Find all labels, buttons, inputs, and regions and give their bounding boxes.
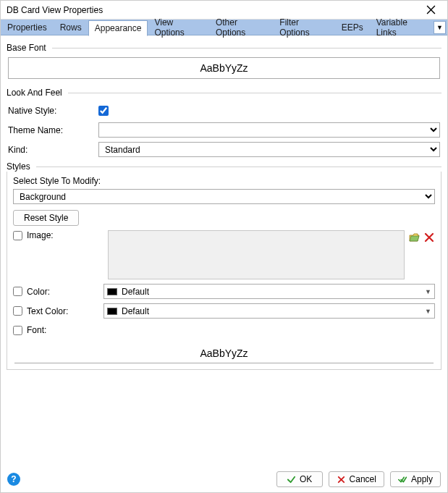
chevron-down-icon: ▼: [425, 288, 431, 295]
style-font-sample: AaBbYyZz: [14, 343, 434, 363]
image-checkbox-label[interactable]: Image:: [13, 230, 103, 240]
apply-button[interactable]: Apply: [390, 471, 441, 487]
lookfeel-group: Native Style: Theme Name: Kind: Standard: [7, 98, 441, 157]
tab-properties[interactable]: Properties: [1, 20, 54, 35]
dialog-footer: ? OK Cancel Apply: [0, 465, 448, 493]
window-title: DB Card View Properties: [7, 5, 420, 15]
color-select[interactable]: Default ▼: [103, 284, 435, 299]
textcolor-select[interactable]: Default ▼: [103, 303, 435, 319]
textcolor-checkbox-label[interactable]: Text Color:: [13, 306, 103, 316]
basefont-group: AaBbYyZz: [7, 57, 441, 79]
ok-button[interactable]: OK: [276, 471, 323, 487]
color-checkbox[interactable]: [13, 287, 22, 296]
chevron-down-icon: ▼: [425, 308, 431, 315]
tab-eeps[interactable]: EEPs: [335, 20, 370, 35]
lookfeel-group-header: Look And Feel: [7, 88, 441, 98]
basefont-label: Base Font: [7, 43, 49, 53]
check-icon: [287, 475, 296, 484]
kind-label: Kind:: [8, 145, 98, 155]
reset-style-button[interactable]: Reset Style: [13, 210, 79, 226]
color-checkbox-label[interactable]: Color:: [13, 287, 103, 297]
tab-rows[interactable]: Rows: [54, 20, 88, 35]
native-style-label: Native Style:: [8, 106, 98, 116]
font-checkbox[interactable]: [13, 326, 22, 335]
color-swatch: [107, 288, 117, 295]
lookfeel-label: Look And Feel: [7, 88, 65, 98]
textcolor-swatch: [107, 308, 117, 315]
basefont-group-header: Base Font: [7, 43, 441, 53]
basefont-sample[interactable]: AaBbYyZz: [8, 57, 440, 79]
native-style-checkbox[interactable]: [98, 106, 109, 116]
tab-overflow-button[interactable]: ▼: [434, 21, 446, 34]
help-icon: ?: [11, 474, 16, 484]
styles-group: Select Style To Modify: Background Reset…: [7, 172, 441, 370]
tab-bar: Properties Rows Appearance View Options …: [1, 20, 447, 35]
cancel-icon: [337, 475, 346, 484]
tab-appearance[interactable]: Appearance: [88, 20, 148, 36]
textcolor-checkbox[interactable]: [13, 306, 22, 316]
apply-icon: [398, 475, 407, 484]
styles-group-header: Styles: [7, 161, 441, 172]
help-button[interactable]: ?: [7, 473, 20, 486]
open-image-icon[interactable]: [409, 232, 420, 243]
styles-label: Styles: [7, 161, 33, 172]
content-area: Base Font AaBbYyZz Look And Feel Native …: [1, 35, 447, 464]
kind-select[interactable]: Standard: [98, 142, 440, 157]
theme-name-select[interactable]: [98, 122, 440, 138]
close-icon: [426, 5, 436, 14]
image-preview: [108, 230, 405, 279]
clear-image-icon[interactable]: [423, 232, 435, 243]
image-checkbox[interactable]: [13, 231, 22, 240]
cancel-button[interactable]: Cancel: [329, 471, 384, 487]
chevron-down-icon: ▼: [436, 24, 443, 31]
select-style-label: Select Style To Modify:: [13, 176, 435, 186]
select-style-dropdown[interactable]: Background: [13, 189, 435, 204]
font-checkbox-label[interactable]: Font:: [13, 325, 103, 335]
theme-name-label: Theme Name:: [8, 125, 98, 135]
